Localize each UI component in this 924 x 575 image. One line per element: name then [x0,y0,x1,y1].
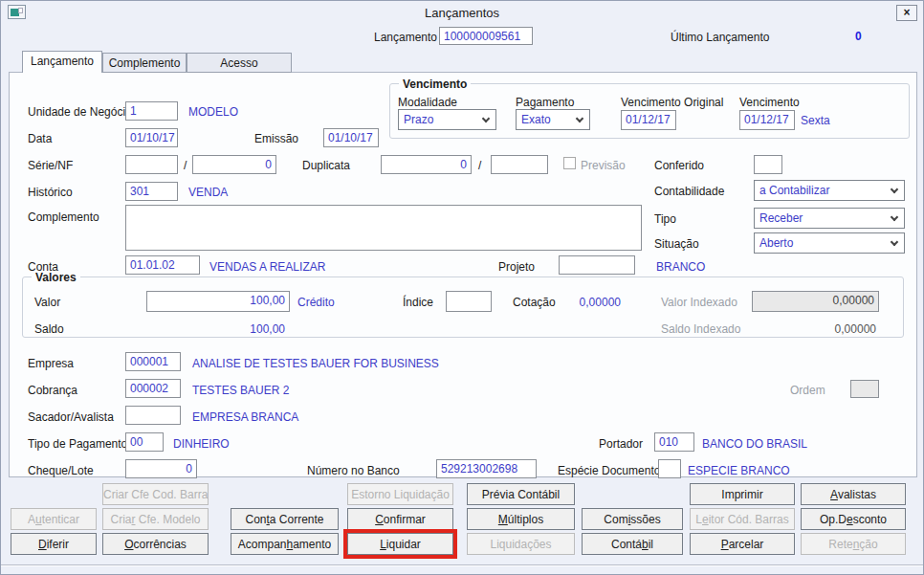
diferir-button[interactable]: Diferir [11,533,97,555]
cheque-lote-input[interactable]: 0 [125,459,197,478]
vencimento-input[interactable]: 01/12/17 [739,110,795,130]
tab-lancamento[interactable]: Lançamento [22,51,102,73]
especie-documento-input[interactable] [658,459,681,478]
tab-complemento[interactable]: Complemento [102,53,187,73]
duplicata-separator: / [478,159,481,172]
previsao-label: Previsão [581,159,626,172]
tab-acesso[interactable]: Acesso [187,53,292,73]
portador-label: Portador [599,437,643,451]
estorno-liquidacao-button: Estorno Liquidação [347,483,453,505]
empresa-input[interactable]: 000001 [125,352,181,371]
numero-banco-label: Número no Banco [307,464,400,477]
cobranca-input[interactable]: 000002 [125,379,181,398]
op-desconto-button[interactable]: Op.Desconto [801,508,906,530]
conta-desc: VENDAS A REALIZAR [209,260,325,274]
duplicata-seq-input[interactable] [491,155,548,174]
especie-documento-label: Espécie Documento [558,464,660,477]
parcelar-button[interactable]: Parcelar [690,533,795,555]
ordem-input [850,380,879,398]
indice-input[interactable] [446,291,492,312]
sacador-avalista-input[interactable] [125,406,181,425]
conferido-input[interactable] [754,155,782,174]
complemento-label: Complemento [28,210,99,224]
cobranca-label: Cobrança [28,384,77,397]
conta-corrente-button[interactable]: Conta Corrente [231,508,339,530]
emissao-label: Emissão [254,132,298,145]
vencimento-weekday: Sexta [801,114,830,127]
multiplos-button[interactable]: Múltiplos [467,508,575,530]
indice-label: Índice [403,296,433,309]
data-input[interactable]: 01/10/17 [125,128,178,147]
avalistas-button[interactable]: Avalistas [801,483,906,505]
serie-nf-label: Série/NF [28,159,73,172]
unidade-negocio-input[interactable]: 1 [125,101,178,121]
situacao-label: Situação [654,237,699,251]
projeto-desc: BRANCO [656,260,705,274]
serie-input[interactable] [125,155,178,174]
chevron-down-icon [482,115,490,122]
projeto-input[interactable] [559,255,635,275]
data-label: Data [28,132,52,145]
imprimir-button[interactable]: Imprimir [690,483,795,505]
vencimento-original-input[interactable]: 01/12/17 [621,110,676,130]
previsao-checkbox [563,157,576,169]
historico-desc: VENDA [188,186,228,199]
contabil-button[interactable]: Contábil [582,533,683,555]
chevron-down-icon [891,213,898,221]
bottom-divider [1,564,923,566]
nf-input[interactable]: 0 [192,155,276,174]
liquidacoes-button: Liquidações [467,533,575,555]
criar-cfe-cod-barras-button: Criar Cfe Cod. Barras [102,483,209,505]
confirmar-button[interactable]: Confirmar [347,508,453,530]
valor-input[interactable]: 100,00 [146,291,290,312]
emissao-input[interactable]: 01/10/17 [323,128,379,147]
lancamento-number-field[interactable]: 100000009561 [439,27,533,45]
saldo-value: 100,00 [216,322,285,336]
contabilidade-dropdown[interactable]: a Contabilizar [754,180,905,201]
acompanhamento-button[interactable]: Acompanhamento [231,533,339,555]
portador-desc: BANCO DO BRASIL [702,437,807,451]
numero-banco-input[interactable]: 529213002698 [436,459,537,478]
duplicata-input[interactable]: 0 [381,155,472,174]
contabilidade-label: Contabilidade [654,185,724,198]
liquidar-button[interactable]: Liquidar [347,533,453,555]
lancamentos-dialog: Lançamentos × Lançamento 100000009561 Úl… [0,0,924,575]
valor-indexado-label: Valor Indexado [661,296,737,309]
conta-input[interactable]: 01.01.02 [125,255,200,275]
portador-input[interactable]: 010 [654,432,694,452]
complemento-input[interactable] [125,205,642,251]
projeto-label: Projeto [498,260,535,274]
ordem-label: Ordem [790,384,825,397]
valor-indexado-input: 0,00000 [752,291,879,312]
tipo-pagamento-label: Tipo de Pagamento [28,437,127,451]
empresa-desc: ANALISE DE TESTES BAUER FOR BUSINESS [192,357,439,370]
historico-label: Histórico [28,186,73,199]
ultimo-lancamento-value: 0 [855,30,862,43]
situacao-dropdown[interactable]: Aberto [754,232,905,254]
tipo-pagamento-input[interactable]: 00 [125,432,164,452]
saldo-label: Saldo [34,322,64,336]
pagamento-label: Pagamento [516,96,574,109]
lancamento-number-label: Lançamento [374,31,437,44]
autenticar-button: Autenticar [11,508,97,530]
comissoes-button[interactable]: Comissões [582,508,683,530]
unidade-negocio-desc: MODELO [188,105,238,119]
sacador-avalista-label: Sacador/Avalista [28,410,114,424]
valores-group-title: Valores [32,271,80,284]
duplicata-label: Duplicata [302,159,350,172]
historico-input[interactable]: 301 [125,182,178,201]
modalidade-dropdown[interactable]: Prazo [398,109,496,130]
cobranca-desc: TESTES BAUER 2 [192,384,289,397]
tipo-dropdown[interactable]: Receber [754,208,905,229]
valor-desc: Crédito [297,296,335,309]
saldo-indexado-value: 0,00000 [807,322,876,336]
pagamento-dropdown[interactable]: Exato [516,109,590,130]
tipo-pagamento-desc: DINHEIRO [173,437,230,451]
leitor-cod-barras-button: Leitor Cód. Barras [690,508,795,530]
vencimento-group-title: Vencimento [399,77,471,91]
dialog-title: Lançamentos [1,6,923,20]
close-icon[interactable]: × [896,5,917,21]
ocorrencias-button[interactable]: Ocorrências [102,533,209,555]
valor-label: Valor [34,296,60,309]
previa-contabil-button[interactable]: Prévia Contábil [467,483,575,505]
